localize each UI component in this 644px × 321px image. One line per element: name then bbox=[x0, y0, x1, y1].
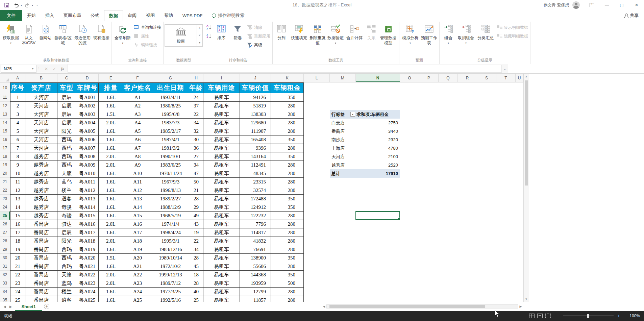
cell-S22[interactable] bbox=[477, 186, 496, 195]
cell-H10[interactable]: 年龄 bbox=[189, 82, 203, 93]
cell-B18[interactable]: 越秀店 bbox=[25, 152, 57, 161]
cell-B31[interactable]: 番禺店 bbox=[25, 262, 57, 271]
cell-T26[interactable] bbox=[496, 220, 516, 228]
cell-T23[interactable] bbox=[496, 195, 516, 203]
cell-Q21[interactable] bbox=[439, 178, 458, 186]
cell-A28[interactable]: 18 bbox=[10, 237, 25, 245]
formula-input[interactable] bbox=[68, 65, 502, 73]
cell-K20[interactable]: 280 bbox=[271, 169, 304, 178]
cell-R34[interactable] bbox=[458, 288, 477, 296]
name-box[interactable]: N25 ▾ bbox=[1, 65, 36, 73]
cell-T29[interactable] bbox=[496, 245, 516, 254]
cell-J18[interactable]: 143164 bbox=[240, 152, 271, 161]
cell-P35[interactable] bbox=[419, 296, 439, 302]
cell-U18[interactable] bbox=[516, 152, 523, 161]
cell-H25[interactable]: 49 bbox=[189, 212, 203, 220]
cell-H14[interactable]: 34 bbox=[189, 119, 203, 127]
cell-F30[interactable]: A20 bbox=[123, 254, 152, 262]
cell-G25[interactable]: 1968/5/19 bbox=[152, 212, 189, 220]
button-分列[interactable]: 分列 bbox=[274, 22, 289, 55]
cell-N30[interactable] bbox=[356, 254, 400, 262]
cell-U34[interactable] bbox=[516, 288, 523, 296]
cell-O26[interactable] bbox=[400, 220, 419, 228]
cell-E17[interactable]: 1.6L bbox=[99, 144, 123, 152]
cell-J25[interactable]: 122232 bbox=[240, 212, 271, 220]
cell-P20[interactable] bbox=[419, 169, 439, 178]
normal-view-icon[interactable] bbox=[529, 314, 535, 318]
cell-A22[interactable]: 12 bbox=[10, 186, 25, 195]
zoom-level[interactable]: 100% bbox=[626, 314, 640, 318]
cell-R25[interactable] bbox=[458, 212, 477, 220]
cell-A15[interactable]: 5 bbox=[10, 127, 25, 135]
cell-C15[interactable]: 阳光 bbox=[57, 127, 76, 135]
cell-A12[interactable]: 2 bbox=[10, 102, 25, 110]
cell-A26[interactable]: 16 bbox=[10, 220, 25, 228]
cell-C33[interactable]: 蓝鸟 bbox=[57, 279, 76, 288]
cell-P29[interactable] bbox=[419, 245, 439, 254]
cell-O35[interactable] bbox=[400, 296, 419, 302]
cell-M32[interactable] bbox=[330, 271, 356, 279]
cell-G13[interactable]: 1995/6/8 bbox=[152, 110, 189, 119]
cell-E35[interactable]: 1.6L bbox=[99, 296, 123, 302]
cell-U15[interactable] bbox=[516, 127, 523, 135]
cell-K12[interactable]: 280 bbox=[271, 102, 304, 110]
cell-K27[interactable]: 280 bbox=[271, 228, 304, 237]
cell-I21[interactable]: 易租车 bbox=[203, 178, 240, 186]
cell-D34[interactable]: 粤A024 bbox=[76, 288, 99, 296]
cell-C20[interactable]: 天籁 bbox=[57, 169, 76, 178]
cell-D29[interactable]: 粤A019 bbox=[76, 245, 99, 254]
cell-B33[interactable]: 番禺店 bbox=[25, 279, 57, 288]
cell-B14[interactable]: 天河店 bbox=[25, 119, 57, 127]
row-header-35[interactable]: 35 bbox=[0, 296, 10, 302]
cell-F18[interactable]: A8 bbox=[123, 152, 152, 161]
cell-E15[interactable]: 1.6L bbox=[99, 127, 123, 135]
cell-P32[interactable] bbox=[419, 271, 439, 279]
cell-C27[interactable]: 启辰 bbox=[57, 228, 76, 237]
pivot-row-value[interactable]: 2520 bbox=[356, 161, 400, 169]
cell-N26[interactable] bbox=[356, 220, 400, 228]
cell-P33[interactable] bbox=[419, 279, 439, 288]
cell-L21[interactable] bbox=[304, 178, 330, 186]
row-header-28[interactable]: 28 bbox=[0, 237, 10, 245]
column-header-D[interactable]: D bbox=[76, 74, 99, 82]
cell-L25[interactable] bbox=[304, 212, 330, 220]
tab-帮助[interactable]: 帮助 bbox=[159, 10, 178, 21]
cell-S30[interactable] bbox=[477, 254, 496, 262]
cell-U22[interactable] bbox=[516, 186, 523, 195]
cell-I22[interactable]: 易租车 bbox=[203, 186, 240, 195]
redo-dropdown-icon[interactable]: ▾ bbox=[32, 4, 33, 7]
tab-页面布局[interactable]: 页面布局 bbox=[59, 10, 86, 21]
cell-M34[interactable] bbox=[330, 288, 356, 296]
row-header-19[interactable]: 19 bbox=[0, 161, 10, 169]
cell-F20[interactable]: A10 bbox=[123, 169, 152, 178]
cell-D24[interactable]: 粤A014 bbox=[76, 203, 99, 212]
cell-K33[interactable]: 500 bbox=[271, 279, 304, 288]
cell-D26[interactable]: 粤A016 bbox=[76, 220, 99, 228]
cell-L27[interactable] bbox=[304, 228, 330, 237]
cell-H20[interactable]: 47 bbox=[189, 169, 203, 178]
cell-B28[interactable]: 番禺店 bbox=[25, 237, 57, 245]
cell-C24[interactable]: 奇骏 bbox=[57, 203, 76, 212]
column-header-E[interactable]: E bbox=[99, 74, 123, 82]
cell-P26[interactable] bbox=[419, 220, 439, 228]
cell-L13[interactable] bbox=[304, 110, 330, 119]
cell-E12[interactable]: 1.6L bbox=[99, 102, 123, 110]
row-header-12[interactable]: 12 bbox=[0, 102, 10, 110]
cell-I31[interactable]: 易租车 bbox=[203, 262, 240, 271]
cell-E30[interactable]: 1.5L bbox=[99, 254, 123, 262]
cell-N21[interactable] bbox=[356, 178, 400, 186]
cell-R13[interactable] bbox=[458, 110, 477, 119]
cell-H32[interactable]: 18 bbox=[189, 271, 203, 279]
cell-L24[interactable] bbox=[304, 203, 330, 212]
cell-E11[interactable]: 1.6L bbox=[99, 93, 123, 102]
cell-Q14[interactable] bbox=[439, 119, 458, 127]
button-组合[interactable]: 组合▾ bbox=[441, 22, 456, 55]
cell-R17[interactable] bbox=[458, 144, 477, 152]
cell-N27[interactable] bbox=[356, 228, 400, 237]
insert-function-icon[interactable]: fx bbox=[59, 66, 66, 71]
cell-C17[interactable]: 西玛 bbox=[57, 144, 76, 152]
cell-H15[interactable]: 32 bbox=[189, 127, 203, 135]
sheet-nav-left-icon[interactable]: ◀ bbox=[3, 305, 6, 308]
cell-O34[interactable] bbox=[400, 288, 419, 296]
button-最近使用的源[interactable]: 最近使用的源 bbox=[73, 22, 92, 55]
